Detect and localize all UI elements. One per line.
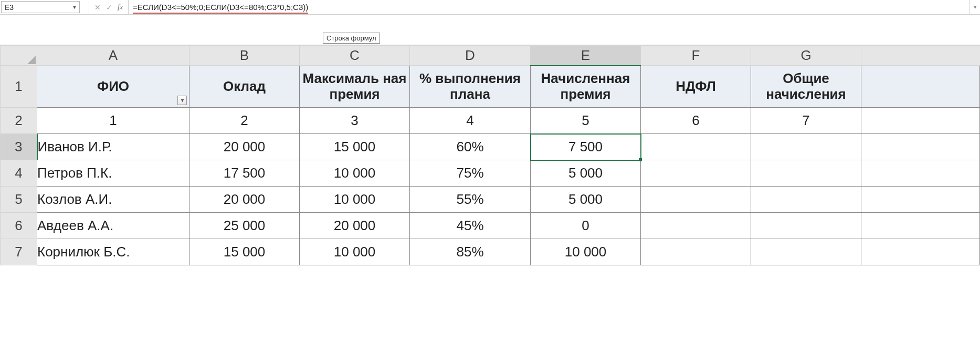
cell-F5[interactable] bbox=[641, 187, 751, 213]
header-max-premia[interactable]: Максималь ная премия bbox=[300, 66, 410, 108]
cell-A7[interactable]: Корнилюк Б.С. bbox=[37, 239, 189, 265]
header-oklad[interactable]: Оклад bbox=[189, 66, 300, 108]
cell-D4[interactable]: 75% bbox=[410, 160, 531, 187]
table-index-row: 2 1 2 3 4 5 6 7 bbox=[1, 108, 980, 134]
cell-B7[interactable]: 15 000 bbox=[189, 239, 300, 265]
cell-D5[interactable]: 55% bbox=[410, 187, 531, 213]
cell-A5[interactable]: Козлов А.И. bbox=[37, 187, 189, 213]
filter-icon[interactable]: ▾ bbox=[177, 96, 187, 105]
cell-extra-7[interactable] bbox=[861, 239, 980, 265]
cell-F4[interactable] bbox=[641, 160, 751, 187]
formula-input[interactable]: =ЕСЛИ(D3<=50%;0;ЕСЛИ(D3<=80%;C3*0,5;C3)) bbox=[129, 0, 970, 14]
header-total[interactable]: Общие начисления bbox=[751, 66, 861, 108]
header-fio[interactable]: ФИО ▾ bbox=[37, 66, 189, 108]
cell-E7[interactable]: 10 000 bbox=[531, 239, 641, 265]
cell-extra-2[interactable] bbox=[861, 108, 980, 134]
cell-E5[interactable]: 5 000 bbox=[531, 187, 641, 213]
cell-extra-1[interactable] bbox=[861, 66, 980, 108]
cell-A4[interactable]: Петров П.К. bbox=[37, 160, 189, 187]
cell-G3[interactable] bbox=[751, 134, 861, 160]
spreadsheet-table: A B C D E F G 1 ФИО ▾ Оклад Максималь на… bbox=[0, 45, 980, 265]
col-header-C[interactable]: C bbox=[300, 46, 410, 66]
row-header-3[interactable]: 3 bbox=[1, 134, 37, 160]
idx-B[interactable]: 2 bbox=[189, 108, 300, 134]
idx-G[interactable]: 7 bbox=[751, 108, 861, 134]
cell-F7[interactable] bbox=[641, 239, 751, 265]
formula-text: =ЕСЛИ(D3<=50%;0;ЕСЛИ(D3<=80%;C3*0,5;C3)) bbox=[133, 3, 308, 12]
header-ndfl[interactable]: НДФЛ bbox=[641, 66, 751, 108]
cell-C4[interactable]: 10 000 bbox=[300, 160, 410, 187]
formula-bar-buttons: ✕ ✓ fx bbox=[89, 0, 129, 14]
row-header-6[interactable]: 6 bbox=[1, 213, 37, 239]
cell-B6[interactable]: 25 000 bbox=[189, 213, 300, 239]
col-header-A[interactable]: A bbox=[37, 46, 189, 66]
col-header-F[interactable]: F bbox=[641, 46, 751, 66]
cell-B5[interactable]: 20 000 bbox=[189, 187, 300, 213]
ribbon-gap: Строка формул bbox=[0, 15, 980, 45]
row-header-4[interactable]: 4 bbox=[1, 160, 37, 187]
table-row: 6 Авдеев А.А. 25 000 20 000 45% 0 bbox=[1, 213, 980, 239]
cell-C7[interactable]: 10 000 bbox=[300, 239, 410, 265]
row-header-5[interactable]: 5 bbox=[1, 187, 37, 213]
cell-A6[interactable]: Авдеев А.А. bbox=[37, 213, 189, 239]
cell-E4[interactable]: 5 000 bbox=[531, 160, 641, 187]
column-header-row: A B C D E F G bbox=[1, 46, 980, 66]
formula-value: =ЕСЛИ(D3<=50%;0;ЕСЛИ(D3<=80%;C3*0,5;C3)) bbox=[133, 3, 308, 12]
col-header-extra[interactable] bbox=[861, 46, 980, 66]
col-header-D[interactable]: D bbox=[410, 46, 531, 66]
header-fio-label: ФИО bbox=[37, 79, 189, 95]
cell-extra-6[interactable] bbox=[861, 213, 980, 239]
table-row: 7 Корнилюк Б.С. 15 000 10 000 85% 10 000 bbox=[1, 239, 980, 265]
col-header-E[interactable]: E bbox=[531, 46, 641, 66]
name-box[interactable]: E3 ▼ bbox=[1, 1, 80, 13]
col-header-B[interactable]: B bbox=[189, 46, 300, 66]
enter-icon[interactable]: ✓ bbox=[106, 3, 112, 12]
cell-D7[interactable]: 85% bbox=[410, 239, 531, 265]
cell-extra-4[interactable] bbox=[861, 160, 980, 187]
cell-B3[interactable]: 20 000 bbox=[189, 134, 300, 160]
idx-D[interactable]: 4 bbox=[410, 108, 531, 134]
cell-E3[interactable]: 7 500 bbox=[531, 134, 641, 160]
select-all-corner[interactable] bbox=[1, 46, 37, 66]
cell-E6[interactable]: 0 bbox=[531, 213, 641, 239]
formula-bar-separator bbox=[82, 0, 89, 14]
row-header-2[interactable]: 2 bbox=[1, 108, 37, 134]
cell-C3[interactable]: 15 000 bbox=[300, 134, 410, 160]
header-premia[interactable]: Начисленная премия bbox=[531, 66, 641, 108]
cell-D6[interactable]: 45% bbox=[410, 213, 531, 239]
table-row: 3 Иванов И.Р. 20 000 15 000 60% 7 500 bbox=[1, 134, 980, 160]
name-box-value: E3 bbox=[5, 3, 14, 12]
cell-G7[interactable] bbox=[751, 239, 861, 265]
formula-bar-row: E3 ▼ ✕ ✓ fx =ЕСЛИ(D3<=50%;0;ЕСЛИ(D3<=80%… bbox=[0, 0, 980, 15]
cancel-icon[interactable]: ✕ bbox=[94, 3, 101, 12]
cell-B4[interactable]: 17 500 bbox=[189, 160, 300, 187]
formula-bar-tooltip: Строка формул bbox=[323, 33, 380, 44]
table-row: 5 Козлов А.И. 20 000 10 000 55% 5 000 bbox=[1, 187, 980, 213]
cell-F3[interactable] bbox=[641, 134, 751, 160]
cell-C6[interactable]: 20 000 bbox=[300, 213, 410, 239]
idx-E[interactable]: 5 bbox=[531, 108, 641, 134]
formula-underline bbox=[133, 13, 308, 14]
cell-G5[interactable] bbox=[751, 187, 861, 213]
idx-F[interactable]: 6 bbox=[641, 108, 751, 134]
cell-G6[interactable] bbox=[751, 213, 861, 239]
idx-A[interactable]: 1 bbox=[37, 108, 189, 134]
name-box-dropdown-icon: ▼ bbox=[72, 4, 77, 10]
cell-F6[interactable] bbox=[641, 213, 751, 239]
cell-extra-5[interactable] bbox=[861, 187, 980, 213]
formula-bar-expand-icon[interactable]: ▾ bbox=[970, 0, 980, 14]
table-header-row: 1 ФИО ▾ Оклад Максималь ная премия % вып… bbox=[1, 66, 980, 108]
cell-extra-3[interactable] bbox=[861, 134, 980, 160]
cell-G4[interactable] bbox=[751, 160, 861, 187]
cell-D3[interactable]: 60% bbox=[410, 134, 531, 160]
sheet-grid[interactable]: A B C D E F G 1 ФИО ▾ Оклад Максималь на… bbox=[0, 45, 980, 265]
table-row: 4 Петров П.К. 17 500 10 000 75% 5 000 bbox=[1, 160, 980, 187]
cell-C5[interactable]: 10 000 bbox=[300, 187, 410, 213]
col-header-G[interactable]: G bbox=[751, 46, 861, 66]
row-header-1[interactable]: 1 bbox=[1, 66, 37, 108]
row-header-7[interactable]: 7 bbox=[1, 239, 37, 265]
fx-icon[interactable]: fx bbox=[118, 3, 123, 12]
idx-C[interactable]: 3 bbox=[300, 108, 410, 134]
cell-A3[interactable]: Иванов И.Р. bbox=[37, 134, 189, 160]
header-plan[interactable]: % выполнения плана bbox=[410, 66, 531, 108]
